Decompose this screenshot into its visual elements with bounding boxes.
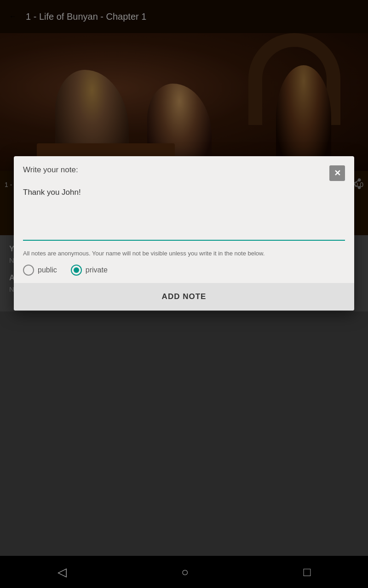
radio-public-circle[interactable] [23, 265, 34, 276]
bottom-nav: ◁ ○ □ [0, 556, 368, 588]
modal-title: Write your note: [23, 165, 78, 175]
modal-close-button[interactable]: ✕ [329, 165, 345, 181]
anonymous-notice: All notes are anonymous. Your name will … [23, 249, 345, 258]
add-note-modal: Write your note: ✕ All notes are anonymo… [14, 156, 354, 311]
nav-recents-button[interactable]: □ [304, 565, 311, 579]
radio-private[interactable]: private [71, 265, 108, 276]
radio-private-circle[interactable] [71, 265, 82, 276]
radio-public-label: public [38, 266, 57, 274]
radio-private-inner [74, 267, 79, 273]
nav-back-button[interactable]: ◁ [58, 565, 67, 579]
add-note-button[interactable]: ADD NOTE [14, 283, 354, 311]
nav-home-button[interactable]: ○ [181, 565, 189, 579]
radio-group: public private [23, 265, 345, 276]
radio-public[interactable]: public [23, 265, 57, 276]
radio-private-label: private [86, 266, 108, 274]
modal-header: Write your note: ✕ [23, 165, 345, 181]
note-input[interactable] [23, 186, 345, 241]
